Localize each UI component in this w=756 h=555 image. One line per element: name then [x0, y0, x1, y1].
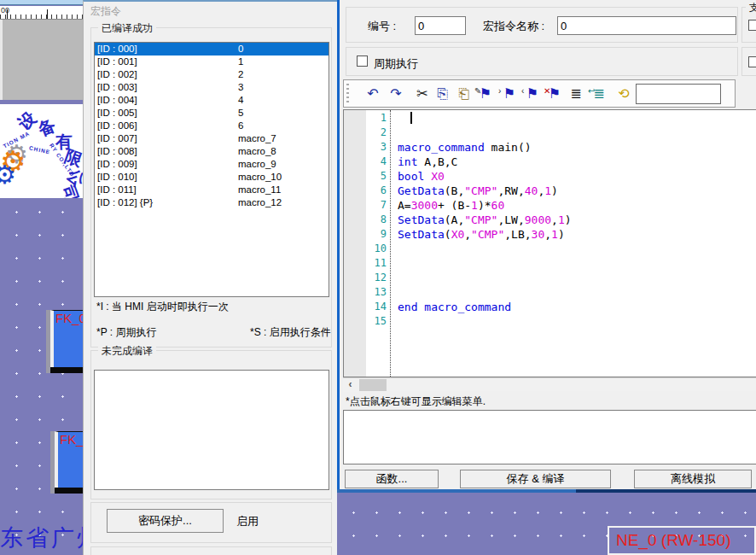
code-token: X0: [451, 228, 465, 241]
code-token: ,: [544, 228, 551, 241]
periodic-checkbox-label: 周期执行: [374, 56, 418, 72]
code-token: int: [398, 155, 417, 168]
compiled-list[interactable]: [ID : 000]0[ID : 001]1[ID : 002]2[ID : 0…: [94, 42, 329, 297]
code-token: ,: [551, 213, 558, 226]
editor-separator: [390, 110, 391, 377]
toolbar-search-input[interactable]: [636, 84, 721, 104]
code-line[interactable]: macro_command main(): [398, 140, 532, 155]
macro-list-item[interactable]: [ID : 000]0: [95, 43, 329, 56]
logo-en-arc: CHINE: [29, 144, 51, 155]
code-line[interactable]: GetData(B,"CMP",RW,40,1): [398, 184, 558, 198]
toolbar-grip[interactable]: [346, 84, 349, 104]
macro-list-item[interactable]: [ID : 003]3: [95, 81, 329, 94]
macro-list-dialog: 宏指令 已编译成功 [ID : 000]0[ID : 001]1[ID : 00…: [83, 0, 337, 555]
offline-sim-button[interactable]: 离线模拟: [634, 470, 752, 488]
line-number: 3: [366, 140, 387, 155]
line-number: 11: [366, 256, 387, 271]
code-token: [424, 170, 431, 183]
line-number: 2: [366, 126, 387, 140]
uncompiled-group: 未完成编译: [90, 350, 332, 500]
macro-list-item[interactable]: [ID : 002]2: [95, 68, 329, 81]
code-token: 1: [558, 213, 565, 226]
macro-list-item[interactable]: [ID : 012] {P}macro_12: [95, 196, 329, 209]
undo-icon[interactable]: ↶: [363, 83, 383, 104]
code-line[interactable]: SetData(A,"CMP",LW,9000,1): [398, 213, 572, 227]
macro-list-item[interactable]: [ID : 007]macro_7: [95, 132, 329, 145]
side-checkbox-2[interactable]: [748, 56, 756, 67]
vertical-ruler-edge: [0, 20, 3, 100]
toggle-bookmark-icon-overlay: ✎: [474, 80, 481, 102]
gear-icon: ⚙: [0, 162, 16, 188]
note-periodic: *P : 周期执行: [96, 325, 156, 340]
next-bookmark-icon[interactable]: ⚑›: [499, 83, 520, 104]
prev-bookmark-icon[interactable]: ⚑‹: [522, 83, 543, 104]
side-group-label: 支: [746, 1, 756, 15]
macro-list-item[interactable]: [ID : 001]1: [95, 56, 329, 68]
find-replace-icon[interactable]: ⟲: [614, 83, 634, 104]
numeric-entry-widget[interactable]: NE_0 (RW-150): [608, 526, 756, 555]
editor-gutter: [344, 110, 366, 377]
canvas-text-object: 东省广州: [0, 523, 83, 553]
macro-id-input[interactable]: [415, 16, 466, 35]
clear-bookmarks-icon[interactable]: ⚑✕: [544, 83, 565, 104]
ne-widget-label: NE_0 (RW-150): [616, 531, 730, 550]
code-token: ,: [464, 228, 471, 241]
redo-icon[interactable]: ↷: [386, 83, 406, 104]
function-key-widget-fk2[interactable]: FK_2: [55, 431, 83, 494]
macro-editor-dialog: 编号 : 宏指令名称 : 周期执行 支 ↶↷✂⎘⎗⚑✎⚑›⚑‹⚑✕≣≣↩⟲ 12…: [337, 0, 756, 493]
next-bookmark-icon-overlay: ›: [498, 80, 501, 102]
scrollbar-thumb[interactable]: [359, 379, 387, 391]
company-logo: 设 备 有 限 公 司 TION MA CHINE RY CO.,LTD ⚙ ⚙…: [0, 104, 83, 198]
periodic-group: 周期执行: [346, 47, 738, 76]
line-number: 9: [366, 227, 387, 242]
ruler-label: 00: [1, 6, 9, 15]
scroll-left-arrow[interactable]: ‹: [343, 378, 358, 392]
password-protect-button[interactable]: 密码保护...: [107, 509, 224, 533]
side-group-top: 支: [741, 7, 756, 43]
save-compile-button[interactable]: 保存 & 编译: [460, 470, 611, 488]
editor-toolbar: ↶↷✂⎘⎗⚑✎⚑›⚑‹⚑✕≣≣↩⟲: [343, 79, 736, 108]
macro-list-item[interactable]: [ID : 004]4: [95, 94, 329, 107]
functions-button[interactable]: 函数...: [345, 470, 439, 488]
outdent-icon[interactable]: ≣↩: [589, 83, 609, 104]
code-token: 9000: [525, 213, 551, 226]
code-token: (B,: [445, 184, 464, 197]
indent-icon[interactable]: ≣: [566, 83, 586, 104]
side-checkbox-1[interactable]: [748, 20, 756, 31]
code-editor[interactable]: 123macro_command main()4int A,B,C5bool X…: [343, 109, 756, 377]
macro-list-item[interactable]: [ID : 008]macro_8: [95, 145, 329, 158]
paste-icon[interactable]: ⎗: [454, 83, 474, 104]
identity-group: 编号 : 宏指令名称 :: [346, 7, 738, 43]
macro-list-item[interactable]: [ID : 010]macro_10: [95, 171, 329, 184]
code-token: SetData: [398, 213, 445, 226]
editor-horizontal-scrollbar[interactable]: ‹: [343, 377, 756, 391]
macro-name-input[interactable]: [557, 16, 736, 35]
desktop-top-strip: [0, 0, 83, 5]
code-token: 1: [551, 228, 558, 241]
code-token: GetData: [398, 184, 445, 197]
code-line[interactable]: end macro_command: [398, 300, 511, 314]
code-line[interactable]: bool X0: [398, 169, 445, 184]
code-token: ): [565, 213, 572, 226]
clear-bookmarks-icon-overlay: ✕: [544, 80, 550, 102]
macro-list-item[interactable]: [ID : 005]5: [95, 107, 329, 120]
copy-icon[interactable]: ⎘: [433, 83, 453, 104]
fk0-shadow: [50, 367, 83, 373]
macro-name-label: 宏指令名称 :: [483, 19, 544, 34]
toggle-bookmark-icon[interactable]: ⚑✎: [475, 83, 496, 104]
code-line[interactable]: A=3000+ (B-1)*60: [398, 198, 504, 213]
code-line[interactable]: SetData(X0,"CMP",LB,30,1): [398, 227, 565, 242]
uncompiled-list[interactable]: [94, 370, 329, 490]
macro-list-item[interactable]: [ID : 011]macro_11: [95, 184, 329, 196]
compile-message-box: [343, 410, 756, 464]
code-line[interactable]: int A,B,C: [398, 155, 457, 169]
macro-list-item[interactable]: [ID : 006]6: [95, 120, 329, 132]
cut-icon[interactable]: ✂: [412, 83, 433, 104]
macro-list-item[interactable]: [ID : 009]macro_9: [95, 158, 329, 171]
dialog-title: 宏指令: [90, 4, 121, 19]
code-token: ,RW,: [497, 184, 524, 197]
line-number: 14: [366, 300, 387, 314]
function-key-widget-fk0[interactable]: FK_0: [50, 310, 83, 373]
periodic-checkbox[interactable]: [357, 56, 368, 67]
code-token: SetData: [398, 228, 445, 241]
